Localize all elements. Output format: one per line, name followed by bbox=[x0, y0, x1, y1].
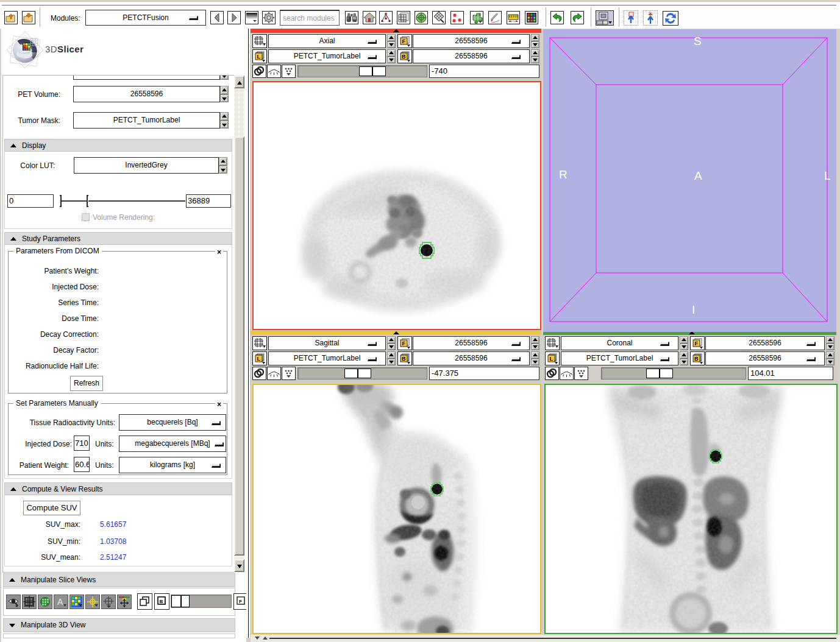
svg-text:B: B bbox=[160, 599, 163, 604]
svg-text:A: A bbox=[694, 169, 702, 182]
svg-text:L: L bbox=[550, 356, 553, 362]
svg-text:B: B bbox=[402, 54, 406, 60]
svg-text:F: F bbox=[402, 340, 406, 347]
svg-text:F: F bbox=[695, 340, 699, 347]
svg-text:S: S bbox=[694, 35, 702, 48]
svg-text:A: A bbox=[57, 597, 63, 607]
svg-text:B: B bbox=[694, 356, 699, 362]
svg-text:I: I bbox=[692, 303, 695, 316]
svg-text:F: F bbox=[239, 599, 242, 604]
svg-text:L: L bbox=[257, 54, 261, 60]
svg-text:L: L bbox=[257, 356, 261, 362]
svg-text:B: B bbox=[402, 356, 406, 362]
svg-text:R: R bbox=[559, 168, 568, 181]
svg-text:F: F bbox=[402, 38, 406, 44]
svg-text:L: L bbox=[824, 169, 831, 182]
